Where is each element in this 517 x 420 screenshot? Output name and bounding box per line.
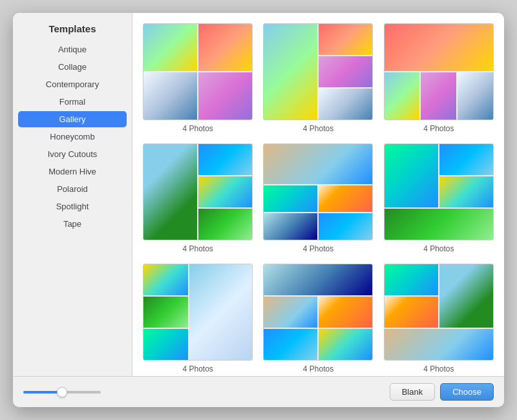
template-label-1: 4 Photos: [182, 124, 213, 133]
photo-cell: [264, 24, 317, 120]
photo-cell: [319, 213, 372, 240]
sidebar: Templates Antique Collage Contemporary F…: [13, 13, 132, 376]
size-slider[interactable]: [23, 391, 101, 394]
photo-cell: [264, 329, 317, 360]
photo-cell: [264, 213, 317, 240]
main-window: Templates Antique Collage Contemporary F…: [13, 13, 504, 407]
photo-cell: [385, 329, 493, 360]
sidebar-item-polaroid[interactable]: Polaroid: [18, 181, 127, 197]
template-label-2: 4 Photos: [303, 124, 333, 133]
blank-button[interactable]: Blank: [390, 383, 436, 401]
photo-cell: [264, 264, 372, 295]
slider-track: [23, 391, 62, 394]
template-thumb-9: [384, 264, 494, 361]
sidebar-item-tape[interactable]: Tape: [18, 216, 127, 232]
photo-cell: [198, 144, 252, 175]
template-thumb-1: [143, 23, 253, 120]
photo-cell: [264, 297, 317, 328]
sidebar-title: Templates: [13, 23, 132, 34]
photo-cell: [319, 185, 372, 212]
photo-cell: [319, 297, 372, 328]
photo-cell: [189, 264, 252, 360]
template-thumb-3: [384, 23, 494, 120]
template-card-5[interactable]: 4 Photos: [263, 143, 373, 253]
photo-cell: [319, 89, 372, 120]
template-label-3: 4 Photos: [423, 124, 454, 133]
photo-cell: [421, 72, 456, 120]
photo-cell: [319, 24, 372, 55]
photo-cell: [385, 144, 438, 207]
content-area: Templates Antique Collage Contemporary F…: [13, 13, 504, 376]
template-card-1[interactable]: 4 Photos: [143, 23, 253, 133]
footer: Blank Choose: [13, 376, 504, 407]
photo-cell: [198, 24, 252, 71]
template-card-4[interactable]: 4 Photos: [143, 143, 253, 253]
templates-grid: 4 Photos 4 Photos: [143, 23, 494, 373]
sidebar-item-spotlight[interactable]: Spotlight: [18, 198, 127, 215]
photo-cell: [143, 72, 197, 120]
template-thumb-4: [143, 143, 253, 240]
photo-cell: [143, 264, 188, 295]
photo-cell: [319, 56, 372, 87]
template-thumb-2: [263, 23, 373, 120]
sidebar-item-gallery[interactable]: Gallery: [18, 111, 127, 127]
photo-cell: [264, 144, 372, 184]
template-label-9: 4 Photos: [423, 364, 454, 373]
choose-button[interactable]: Choose: [440, 383, 494, 401]
photo-cell: [143, 24, 197, 71]
slider-thumb[interactable]: [57, 387, 67, 397]
photo-cell: [198, 209, 252, 240]
photo-cell: [385, 209, 493, 240]
template-thumb-5: [263, 143, 373, 240]
sidebar-item-honeycomb[interactable]: Honeycomb: [18, 129, 127, 145]
photo-cell: [385, 264, 438, 295]
slider-container: [23, 391, 101, 394]
photo-cell: [143, 297, 188, 328]
template-label-6: 4 Photos: [423, 244, 454, 253]
sidebar-item-formal[interactable]: Formal: [18, 94, 127, 110]
template-card-8[interactable]: 4 Photos: [263, 264, 373, 373]
template-label-5: 4 Photos: [303, 244, 333, 253]
photo-cell: [385, 72, 420, 120]
template-label-8: 4 Photos: [303, 364, 333, 373]
photo-cell: [439, 176, 493, 207]
sidebar-item-contemporary[interactable]: Contemporary: [18, 76, 127, 92]
photo-cell: [143, 329, 188, 360]
sidebar-item-modern-hive[interactable]: Modern Hive: [18, 163, 127, 180]
sidebar-item-collage[interactable]: Collage: [18, 59, 127, 75]
photo-cell: [385, 297, 438, 328]
template-card-2[interactable]: 4 Photos: [263, 23, 373, 133]
template-label-7: 4 Photos: [182, 364, 213, 373]
photo-cell: [198, 72, 252, 120]
photo-cell: [439, 144, 493, 175]
photo-cell: [264, 185, 317, 212]
template-label-4: 4 Photos: [182, 244, 213, 253]
photo-cell: [319, 329, 372, 360]
template-card-9[interactable]: 4 Photos: [384, 264, 494, 373]
sidebar-item-antique[interactable]: Antique: [18, 41, 127, 58]
footer-buttons: Blank Choose: [390, 383, 494, 401]
photo-cell: [198, 176, 252, 207]
photo-cell: [385, 24, 493, 71]
template-card-6[interactable]: 4 Photos: [384, 143, 494, 253]
template-thumb-8: [263, 264, 373, 361]
template-card-7[interactable]: 4 Photos: [143, 264, 253, 373]
photo-cell: [458, 72, 493, 120]
template-thumb-6: [384, 143, 494, 240]
photo-cell: [439, 264, 493, 328]
sidebar-item-ivory-cutouts[interactable]: Ivory Cutouts: [18, 146, 127, 162]
template-card-3[interactable]: 4 Photos: [384, 23, 494, 133]
templates-area[interactable]: 4 Photos 4 Photos: [132, 13, 504, 376]
photo-cell: [143, 144, 197, 240]
template-thumb-7: [143, 264, 253, 361]
